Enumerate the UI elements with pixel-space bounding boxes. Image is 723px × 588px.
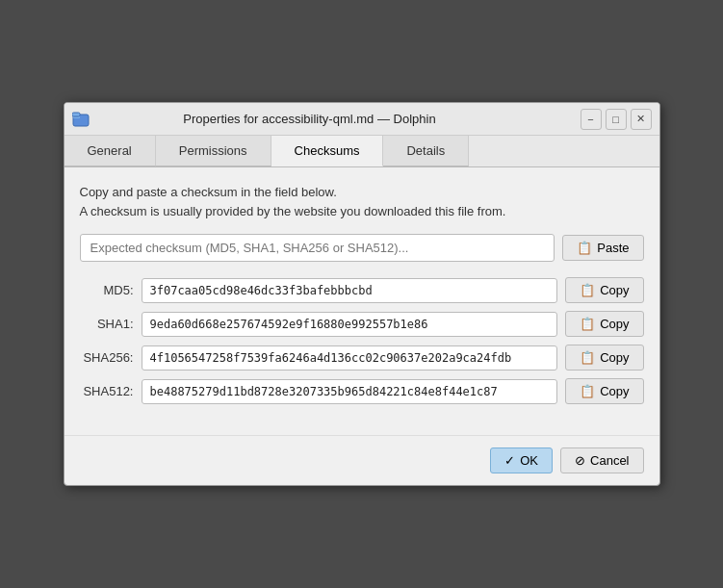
tab-checksums[interactable]: Checksums	[271, 136, 384, 166]
description-text: Copy and paste a checksum in the field b…	[80, 183, 644, 220]
hash-row: SHA1:9eda60d668e257674592e9f16880e992557…	[80, 311, 644, 337]
paste-button[interactable]: 📋 Paste	[562, 235, 643, 261]
copy-icon: 📋	[580, 384, 595, 398]
tab-permissions[interactable]: Permissions	[156, 136, 271, 166]
description-line2: A checksum is usually provided by the we…	[80, 202, 644, 221]
checksum-input[interactable]	[80, 234, 555, 262]
svg-rect-2	[72, 113, 80, 116]
hash-value-md5: 3f07caa05cd98e46dc33f3bafebbbcbd	[142, 278, 558, 303]
copy-icon: 📋	[580, 350, 595, 365]
window-title: Properties for accessibility-qml.md — Do…	[97, 112, 523, 126]
tab-details[interactable]: Details	[383, 136, 469, 166]
cancel-icon: ⊘	[575, 453, 585, 468]
hash-rows: MD5:3f07caa05cd98e46dc33f3bafebbbcbd📋Cop…	[80, 277, 644, 404]
ok-icon: ✓	[504, 453, 515, 468]
copy-button-sha1[interactable]: 📋Copy	[565, 311, 643, 337]
paste-label: Paste	[597, 241, 629, 255]
copy-button-sha256[interactable]: 📋Copy	[565, 345, 643, 371]
ok-button[interactable]: ✓ OK	[490, 447, 553, 473]
copy-icon: 📋	[580, 283, 595, 297]
maximize-button[interactable]: □	[606, 109, 627, 130]
titlebar: Properties for accessibility-qml.md — Do…	[65, 103, 659, 136]
hash-row: SHA256:4f1056547258f7539fa6246a4d136cc02…	[80, 345, 644, 371]
copy-label: Copy	[600, 350, 629, 365]
hash-row: SHA512:be48875279d11bd8728e3207335b965d8…	[80, 378, 644, 404]
copy-button-sha512[interactable]: 📋Copy	[565, 378, 643, 404]
hash-label-sha1: SHA1:	[80, 317, 134, 331]
tab-bar: General Permissions Checksums Details	[65, 136, 659, 167]
hash-label-md5: MD5:	[80, 283, 134, 297]
description-line1: Copy and paste a checksum in the field b…	[80, 183, 644, 202]
cancel-button[interactable]: ⊘ Cancel	[560, 447, 643, 473]
titlebar-controls: − □ ✕	[581, 109, 652, 130]
copy-label: Copy	[600, 384, 629, 398]
hash-value-sha256: 4f1056547258f7539fa6246a4d136cc02c90637e…	[142, 345, 558, 371]
hash-label-sha512: SHA512:	[80, 384, 134, 398]
close-button[interactable]: ✕	[631, 109, 652, 130]
copy-button-md5[interactable]: 📋Copy	[565, 277, 643, 303]
cancel-label: Cancel	[590, 453, 629, 468]
hash-value-sha512: be48875279d11bd8728e3207335b965d84221c84…	[142, 379, 558, 404]
tab-general[interactable]: General	[65, 136, 156, 166]
hash-label-sha256: SHA256:	[80, 350, 134, 365]
copy-label: Copy	[600, 283, 629, 297]
paste-icon: 📋	[577, 241, 592, 255]
minimize-button[interactable]: −	[581, 109, 602, 130]
tab-content: Copy and paste a checksum in the field b…	[65, 167, 659, 427]
dialog-window: Properties for accessibility-qml.md — Do…	[64, 102, 660, 486]
hash-value-sha1: 9eda60d668e257674592e9f16880e992557b1e86	[142, 312, 558, 337]
copy-icon: 📋	[580, 317, 595, 331]
copy-label: Copy	[600, 317, 629, 331]
app-icon	[72, 111, 90, 128]
checksum-input-row: 📋 Paste	[80, 234, 644, 262]
dialog-footer: ✓ OK ⊘ Cancel	[65, 435, 659, 485]
hash-row: MD5:3f07caa05cd98e46dc33f3bafebbbcbd📋Cop…	[80, 277, 644, 303]
ok-label: OK	[520, 453, 538, 468]
